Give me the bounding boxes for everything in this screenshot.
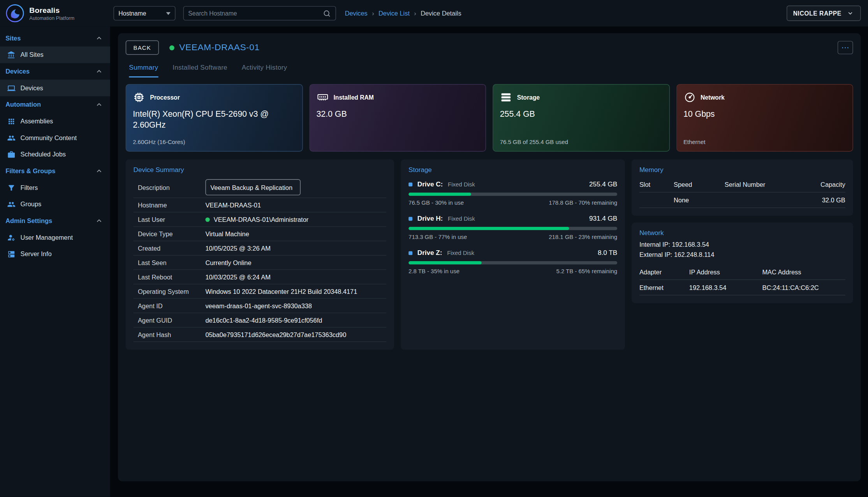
right-column: Memory Slot Speed Serial Number Capacity…: [632, 159, 853, 349]
summary-row-last-user: Last User VEEAM-DRAAS-01\Administrator: [134, 212, 387, 227]
sidebar-item-devices[interactable]: Devices: [0, 80, 110, 97]
sidebar-item-server-info[interactable]: Server Info: [0, 246, 110, 262]
panel-header: BACK VEEAM-DRAAS-01 ⋯: [126, 40, 853, 55]
summary-row-last-seen: Last Seen Currently Online: [134, 256, 387, 270]
people-icon: [7, 200, 15, 208]
stat-card-value: 255.4 GB: [500, 109, 662, 120]
tab-summary[interactable]: Summary: [129, 63, 158, 77]
online-status-dot: [169, 45, 174, 50]
summary-row-created: Created 10/05/2025 @ 3:26 AM: [134, 241, 387, 256]
device-summary-card: Device Summary Description Hostname VEEA…: [126, 159, 394, 349]
search-field-dropdown-value: Hostname: [118, 10, 163, 17]
drive-usage-bar: [408, 227, 617, 230]
tabs: Summary Installed Software Activity Hist…: [126, 63, 853, 77]
table-header-row: Adapter IP Address MAC Address: [639, 264, 845, 280]
sidebar-section-admin-settings[interactable]: Admin Settings: [0, 212, 110, 229]
more-options-button[interactable]: ⋯: [838, 41, 853, 54]
table-row: None 32.0 GB: [639, 193, 845, 208]
stat-card-title: Installed RAM: [333, 94, 373, 101]
card-title: Memory: [639, 166, 845, 174]
device-title: VEEAM-DRAAS-01: [179, 42, 838, 53]
sidebar-section-filters-groups[interactable]: Filters & Groups: [0, 163, 110, 179]
memory-card: Memory Slot Speed Serial Number Capacity…: [632, 159, 853, 216]
sidebar-item-filters[interactable]: Filters: [0, 179, 110, 196]
computer-icon: [7, 84, 15, 92]
summary-row-operating-system: Operating System Windows 10 2022 Datacen…: [134, 285, 387, 299]
detail-grid: Device Summary Description Hostname VEEA…: [126, 159, 853, 349]
sidebar-item-label: Devices: [21, 84, 43, 91]
breadcrumb-separator: ›: [372, 10, 374, 17]
dropdown-caret-icon: [166, 12, 170, 15]
drive-remaining-label: 5.2 TB - 65% remaining: [556, 268, 617, 274]
drive-usage-bar: [408, 261, 617, 265]
sidebar-item-label: Server Info: [21, 251, 52, 257]
user-menu-button[interactable]: NICOLE RAPPE: [787, 5, 861, 21]
card-title: Network: [639, 229, 845, 237]
breadcrumb-devices[interactable]: Devices: [345, 10, 368, 17]
stat-card-value: 10 Gbps: [683, 109, 846, 120]
summary-row-agent-hash: Agent Hash 05ba0e7935171d626ecea29b27d7a…: [134, 328, 387, 342]
stat-card-value: Intel(R) Xeon(R) CPU E5-2690 v3 @ 2.60GH…: [133, 109, 295, 131]
building-icon: [7, 51, 15, 59]
device-details-panel: BACK VEEAM-DRAAS-01 ⋯ Summary Installed …: [118, 33, 861, 481]
app: Borealis Automation Platform Hostname De…: [0, 0, 868, 497]
sidebar-section-automation[interactable]: Automation: [0, 96, 110, 113]
breadcrumb-separator: ›: [414, 10, 416, 17]
network-card: Network Internal IP: 192.168.3.54 Extern…: [632, 222, 853, 303]
sidebar-item-scheduled-jobs[interactable]: Scheduled Jobs: [0, 146, 110, 163]
stat-card-subtitle: 2.60GHz (16-Cores): [133, 138, 295, 145]
chevron-up-icon: [95, 34, 104, 43]
search-box: [183, 6, 336, 21]
user-menu-label: NICOLE RAPPE: [793, 10, 842, 17]
breadcrumb: Devices › Device List › Device Details: [345, 10, 461, 17]
drive-row-h: Drive H: Fixed Disk 931.4 GB 713.3 GB - …: [408, 215, 617, 240]
breadcrumb-device-list[interactable]: Device List: [379, 10, 410, 17]
sidebar-section-label: Sites: [5, 35, 21, 42]
search-field-dropdown[interactable]: Hostname: [113, 6, 175, 21]
sidebar-section-label: Automation: [5, 101, 41, 108]
brand: Borealis Automation Platform: [0, 4, 110, 23]
grid-icon: [7, 117, 15, 125]
drive-remaining-label: 218.1 GB - 23% remaining: [549, 234, 617, 240]
drive-row-z: Drive Z: Fixed Disk 8.0 TB 2.8 TB - 35% …: [408, 249, 617, 274]
sidebar-item-label: Filters: [21, 184, 38, 191]
stat-card-value: 32.0 GB: [316, 109, 479, 120]
internal-ip: Internal IP: 192.168.3.54: [639, 240, 845, 250]
tab-activity-history[interactable]: Activity History: [242, 63, 287, 77]
summary-row-agent-guid: Agent GUID de16c0c1-8aa2-4d18-9585-9ce91…: [134, 313, 387, 328]
stat-card-subtitle: 76.5 GB of 255.4 GB used: [500, 138, 662, 145]
sidebar-item-assemblies[interactable]: Assemblies: [0, 113, 110, 130]
card-title: Storage: [408, 166, 617, 174]
search-input[interactable]: [188, 10, 322, 17]
stat-card-processor: Processor Intel(R) Xeon(R) CPU E5-2690 v…: [126, 84, 303, 151]
stat-card-subtitle: [316, 138, 479, 145]
breadcrumb-device-details: Device Details: [421, 10, 461, 17]
storage-stack-icon: [500, 91, 512, 104]
back-button[interactable]: BACK: [126, 40, 159, 55]
sidebar-item-label: Groups: [21, 201, 42, 207]
brand-subtitle: Automation Platform: [29, 15, 74, 21]
stat-card-title: Network: [701, 94, 725, 101]
description-input[interactable]: [205, 179, 301, 195]
drive-used-label: 2.8 TB - 35% in use: [408, 268, 460, 274]
tab-installed-software[interactable]: Installed Software: [173, 63, 227, 77]
external-ip: External IP: 162.248.8.114: [639, 250, 845, 260]
sidebar-item-all-sites[interactable]: All Sites: [0, 46, 110, 63]
sidebar-item-community-content[interactable]: Community Content: [0, 130, 110, 146]
sidebar-section-label: Devices: [5, 68, 30, 75]
sidebar: Sites All Sites Devices Devices Automati…: [0, 26, 110, 497]
summary-row-description: Description: [134, 177, 387, 198]
speed-gauge-icon: [683, 91, 695, 104]
sidebar-section-sites[interactable]: Sites: [0, 30, 110, 47]
stat-card-title: Storage: [517, 94, 540, 101]
sidebar-section-label: Admin Settings: [5, 218, 52, 224]
chevron-up-icon: [95, 100, 104, 109]
sidebar-item-groups[interactable]: Groups: [0, 196, 110, 212]
stat-card-title: Processor: [150, 94, 180, 101]
chevron-up-icon: [95, 216, 104, 225]
stat-card-network: Network 10 Gbps Ethernet: [676, 84, 853, 151]
summary-row-last-reboot: Last Reboot 10/03/2025 @ 6:24 AM: [134, 270, 387, 285]
summary-row-agent-id: Agent ID veeam-draas-01-agent-svc-8930a3…: [134, 299, 387, 313]
sidebar-section-devices[interactable]: Devices: [0, 63, 110, 80]
sidebar-item-user-management[interactable]: User Management: [0, 229, 110, 246]
